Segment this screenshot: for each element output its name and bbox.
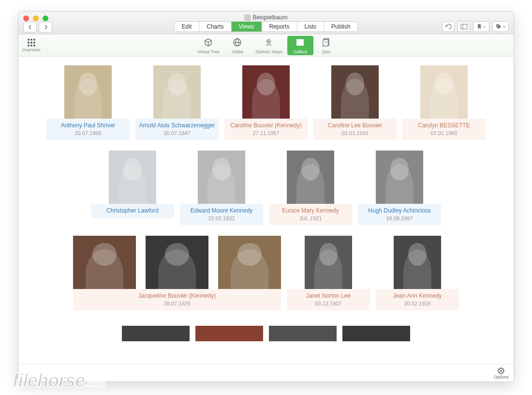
overview-button[interactable]: Overview: [22, 39, 41, 52]
watermark-text: filehorse: [13, 370, 85, 391]
person-photo: [376, 151, 423, 204]
person-photo: [287, 151, 334, 204]
view-tab-label: Gallery: [294, 49, 308, 54]
person-photo: [73, 236, 136, 289]
person-label: Arnold Alois Schwarzenegger30.07.1947: [135, 119, 219, 140]
gallery-row: Christopher LawfordEdward Moore Kennedy2…: [38, 151, 494, 225]
person-photo: [242, 65, 290, 119]
tab-charts[interactable]: Charts: [199, 22, 231, 31]
view-tab-globe[interactable]: Globe: [224, 36, 251, 55]
options-button[interactable]: Options: [494, 367, 509, 380]
person-name: Caroline Lee Bouvier: [316, 122, 394, 129]
undo-icon: [445, 24, 452, 30]
gallery: Anthony Paul Shriver20.07.1965Arnold Alo…: [18, 65, 514, 341]
person-name: Carolyn BESSETTE: [405, 122, 483, 129]
view-tabs: Virtual TreeGlobeStatistic MapsGallery?Q…: [192, 36, 340, 55]
sub-toolbar: Overview Virtual TreeGlobeStatistic Maps…: [18, 34, 514, 57]
gallery-row: [38, 326, 494, 341]
person-name: Arnold Alois Schwarzenegger: [138, 122, 216, 129]
svg-point-7: [268, 41, 270, 42]
person-photo: [64, 65, 112, 119]
person-date: 22.02.1932: [183, 215, 260, 221]
titlebar: Beispielbaum EditChartsViewsReportsLists…: [18, 12, 514, 34]
watermark-suffix: .com: [85, 378, 105, 389]
person-card[interactable]: Eunice Mary KennedyJUL 1921: [269, 151, 352, 225]
person-card[interactable]: [342, 326, 410, 341]
grid-icon: [28, 39, 35, 46]
person-date: 27.11.1957: [227, 130, 305, 136]
person-name: Jacqueline Bouvier (Kennedy): [76, 292, 278, 300]
person-card[interactable]: Janet Norton Lee03.12.1907: [287, 236, 370, 310]
person-card[interactable]: Hugh Dudley Achincloss18.08.1897: [358, 151, 441, 225]
view-tab-gallery[interactable]: Gallery: [287, 36, 313, 55]
back-button[interactable]: [23, 22, 37, 32]
statistic-maps-icon: [264, 38, 273, 49]
person-card[interactable]: Caroline Lee Bouvier03.03.1933: [313, 65, 397, 140]
view-tab-statistic-maps[interactable]: Statistic Maps: [251, 36, 287, 55]
person-card[interactable]: Caroline Bouvier (Kennedy)27.11.1957: [224, 65, 308, 140]
gallery-row: Anthony Paul Shriver20.07.1965Arnold Alo…: [38, 65, 494, 140]
person-photo: [146, 236, 208, 289]
person-photo: [195, 326, 263, 341]
person-date: 03.03.1933: [316, 130, 394, 136]
undo-button[interactable]: [442, 21, 455, 32]
person-name: Hugh Dudley Achincloss: [361, 207, 438, 214]
svg-line-22: [503, 368, 504, 369]
person-card[interactable]: Carolyn BESSETTE07.01.1966: [402, 65, 486, 140]
chevron-left-icon: [28, 25, 32, 30]
person-card[interactable]: [122, 326, 190, 341]
tab-edit[interactable]: Edit: [175, 22, 200, 31]
globe-icon: [233, 38, 242, 49]
person-photo: [305, 236, 352, 289]
person-photo: [153, 65, 201, 119]
svg-point-2: [497, 25, 498, 26]
person-photo: [269, 326, 337, 341]
person-label: Eunice Mary KennedyJUL 1921: [269, 204, 352, 225]
sidebar-icon: [460, 24, 468, 30]
person-date: 07.01.1966: [405, 130, 483, 136]
person-label: Carolyn BESSETTE07.01.1966: [402, 119, 486, 140]
person-name: Janet Norton Lee: [290, 292, 367, 300]
content-area: Anthony Paul Shriver20.07.1965Arnold Alo…: [18, 57, 514, 381]
overview-label: Overview: [22, 47, 41, 52]
person-photo: [122, 326, 190, 341]
tab-views[interactable]: Views: [232, 22, 262, 31]
view-tab-virtual-tree[interactable]: Virtual Tree: [192, 36, 224, 55]
person-card[interactable]: Jean Ann Kennedy20.02.1928: [376, 236, 459, 310]
tab-reports[interactable]: Reports: [262, 22, 297, 31]
person-photo: [198, 151, 245, 204]
app-window: Beispielbaum EditChartsViewsReportsLists…: [18, 11, 514, 382]
document-icon: [244, 15, 251, 21]
window-title: Beispielbaum: [18, 14, 514, 21]
view-tab-quiz[interactable]: ?Quiz: [313, 36, 340, 55]
person-date: 03.12.1907: [290, 301, 367, 306]
tab-publish[interactable]: Publish: [324, 22, 357, 31]
person-card[interactable]: Arnold Alois Schwarzenegger30.07.1947: [135, 65, 219, 140]
svg-point-9: [301, 40, 303, 41]
nav-buttons: [23, 22, 52, 32]
person-card[interactable]: Jacqueline Bouvier (Kennedy)28.07.1929: [73, 236, 281, 310]
person-label: Christopher Lawford: [91, 204, 174, 218]
person-card[interactable]: Christopher Lawford: [91, 151, 174, 225]
view-tab-label: Virtual Tree: [197, 49, 220, 54]
view-tab-label: Globe: [232, 49, 243, 54]
tag-button[interactable]: [492, 21, 509, 32]
tab-lists[interactable]: Lists: [297, 22, 324, 31]
person-card[interactable]: [269, 326, 337, 341]
person-label: Anthony Paul Shriver20.07.1965: [46, 119, 130, 140]
sidebar-toggle-button[interactable]: [458, 21, 470, 32]
bookmark-button[interactable]: [473, 21, 489, 32]
forward-button[interactable]: [39, 22, 52, 32]
virtual-tree-icon: [204, 38, 213, 49]
person-label: Hugh Dudley Achincloss18.08.1897: [358, 204, 441, 225]
watermark: filehorse.com: [13, 370, 105, 391]
person-card[interactable]: [195, 326, 263, 341]
person-label: Janet Norton Lee03.12.1907: [287, 289, 370, 310]
person-photo: [342, 326, 410, 341]
toolbar-right: [442, 21, 509, 32]
person-name: Jean Ann Kennedy: [379, 292, 456, 300]
person-photo: [420, 65, 468, 119]
person-card[interactable]: Anthony Paul Shriver20.07.1965: [46, 65, 130, 140]
person-card[interactable]: Edward Moore Kennedy22.02.1932: [180, 151, 263, 225]
gallery-row: Jacqueline Bouvier (Kennedy)28.07.1929Ja…: [38, 236, 494, 310]
